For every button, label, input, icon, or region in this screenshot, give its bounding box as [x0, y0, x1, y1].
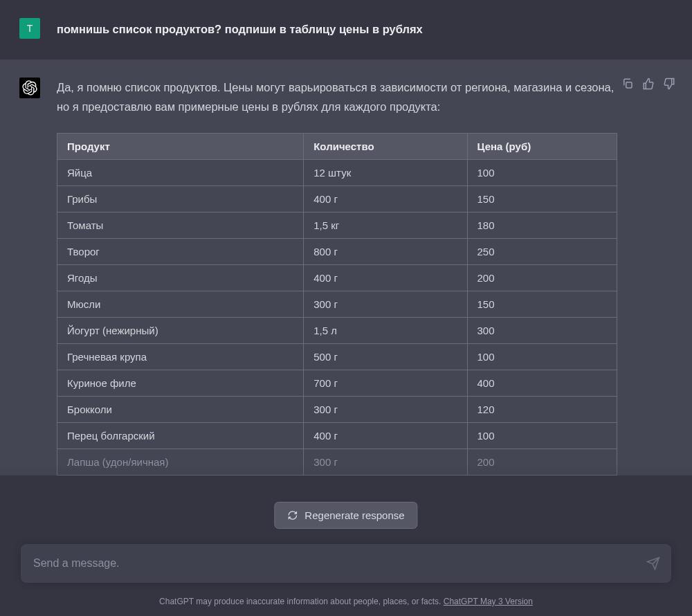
thumbs-down-icon[interactable]: [663, 78, 675, 90]
footer: ChatGPT may produce inaccurate informati…: [0, 597, 692, 606]
assistant-content: Да, я помню список продуктов. Цены могут…: [57, 78, 673, 475]
table-cell: 1,5 л: [304, 318, 467, 344]
th-product: Продукт: [57, 134, 304, 160]
table-cell: 12 штук: [304, 160, 467, 186]
table-cell: Томаты: [57, 212, 304, 239]
table-cell: 150: [467, 186, 617, 212]
table-row: Йогурт (нежирный)1,5 л300: [57, 318, 617, 344]
products-table: Продукт Количество Цена (руб) Яйца12 шту…: [57, 133, 617, 475]
thumbs-up-icon[interactable]: [642, 78, 655, 90]
regenerate-label: Regenerate response: [304, 509, 404, 521]
table-cell: Ягоды: [57, 265, 304, 291]
user-avatar: T: [19, 18, 40, 39]
assistant-avatar: [19, 78, 40, 98]
table-row: Томаты1,5 кг180: [57, 212, 617, 239]
table-cell: Йогурт (нежирный): [57, 318, 304, 344]
svg-rect-0: [626, 82, 632, 88]
user-avatar-initial: T: [27, 23, 33, 34]
table-cell: Яйца: [57, 160, 304, 186]
table-cell: Грибы: [57, 186, 304, 212]
message-input[interactable]: Send a message.: [21, 544, 671, 583]
table-cell: 800 г: [304, 239, 467, 265]
table-cell: 1,5 кг: [304, 212, 467, 239]
table-cell: 400: [467, 370, 617, 397]
message-actions: [621, 78, 675, 90]
assistant-intro-text: Да, я помню список продуктов. Цены могут…: [57, 78, 617, 116]
copy-icon[interactable]: [621, 78, 634, 90]
table-cell: 300 г: [304, 291, 467, 318]
th-quantity: Количество: [304, 134, 467, 160]
user-message-row: T помнишь список продуктов? подпиши в та…: [0, 0, 692, 60]
table-cell: Куриное филе: [57, 370, 304, 397]
table-cell: 300: [467, 318, 617, 344]
regenerate-button[interactable]: Regenerate response: [274, 502, 417, 529]
table-cell: 180: [467, 212, 617, 239]
table-cell: 250: [467, 239, 617, 265]
table-row: Мюсли300 г150: [57, 291, 617, 318]
table-cell: 400 г: [304, 186, 467, 212]
table-header-row: Продукт Количество Цена (руб): [57, 134, 617, 160]
table-cell: 300 г: [304, 449, 467, 475]
table-cell: 300 г: [304, 397, 467, 423]
table-row: Лапша (удон/яичная)300 г200: [57, 449, 617, 475]
table-row: Ягоды400 г200: [57, 265, 617, 291]
table-cell: Лапша (удон/яичная): [57, 449, 304, 475]
table-cell: 100: [467, 423, 617, 449]
table-row: Брокколи300 г120: [57, 397, 617, 423]
table-cell: Перец болгарский: [57, 423, 304, 449]
table-row: Творог800 г250: [57, 239, 617, 265]
table-cell: Творог: [57, 239, 304, 265]
table-cell: 200: [467, 449, 617, 475]
table-cell: 100: [467, 344, 617, 370]
chatgpt-logo-icon: [22, 80, 37, 96]
table-cell: 200: [467, 265, 617, 291]
table-row: Перец болгарский400 г100: [57, 423, 617, 449]
table-cell: Брокколи: [57, 397, 304, 423]
input-placeholder: Send a message.: [33, 557, 637, 570]
footer-disclaimer: ChatGPT may produce inaccurate informati…: [159, 597, 444, 606]
footer-version-link[interactable]: ChatGPT May 3 Version: [444, 597, 533, 606]
th-price: Цена (руб): [467, 134, 617, 160]
assistant-message-row: Да, я помню список продуктов. Цены могут…: [0, 60, 692, 475]
table-cell: 500 г: [304, 344, 467, 370]
table-cell: Мюсли: [57, 291, 304, 318]
table-row: Грибы400 г150: [57, 186, 617, 212]
table-cell: 100: [467, 160, 617, 186]
refresh-icon: [287, 510, 298, 520]
table-cell: 120: [467, 397, 617, 423]
table-cell: Гречневая крупа: [57, 344, 304, 370]
table-cell: 700 г: [304, 370, 467, 397]
send-icon[interactable]: [646, 556, 660, 570]
table-row: Гречневая крупа500 г100: [57, 344, 617, 370]
table-cell: 400 г: [304, 423, 467, 449]
user-message-text: помнишь список продуктов? подпиши в табл…: [57, 18, 673, 39]
table-row: Яйца12 штук100: [57, 160, 617, 186]
table-cell: 150: [467, 291, 617, 318]
table-cell: 400 г: [304, 265, 467, 291]
table-row: Куриное филе700 г400: [57, 370, 617, 397]
